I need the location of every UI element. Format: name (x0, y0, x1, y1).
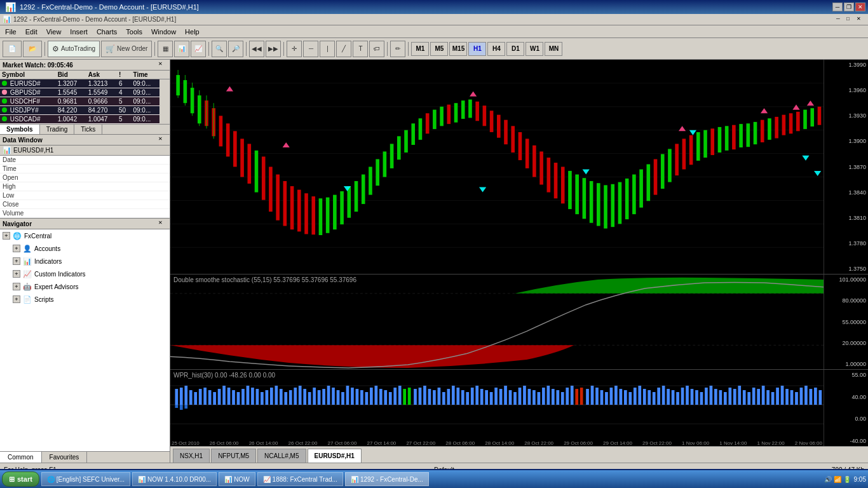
nav-close-btn[interactable]: ✕ (158, 220, 167, 227)
nav-tree-item[interactable]: + 📊 Indicators (0, 255, 170, 268)
menu-insert[interactable]: Insert (66, 27, 92, 37)
svg-rect-95 (754, 122, 757, 144)
taskbar-item-3[interactable]: 📈 1888: FxCentral Trad... (257, 472, 343, 486)
wpr-chart[interactable]: WPR_hist(30) 0.00 -48.26 0.00 0.00 (170, 370, 868, 446)
toolbar-new-button[interactable]: 📄 (3, 41, 22, 57)
scroll-left-button[interactable]: ◀◀ (249, 41, 264, 57)
nav-item-icon: 📈 (22, 269, 32, 279)
nav-expand-btn[interactable]: + (13, 245, 20, 252)
svg-rect-232 (714, 389, 717, 405)
taskbar-item-4[interactable]: 📊 1292 - FxCentral-De... (345, 472, 429, 486)
price-7: 1.3810 (826, 215, 866, 221)
svg-rect-56 (475, 102, 479, 121)
mw-cell-symbol: USDJPY# (0, 106, 56, 115)
svg-rect-73 (597, 183, 600, 226)
svg-rect-45 (397, 136, 401, 159)
menu-window[interactable]: Window (147, 27, 180, 37)
mw-close-btn[interactable]: ✕ (158, 61, 167, 69)
svg-rect-221 (662, 386, 665, 405)
start-button[interactable]: ⊞ start (2, 471, 39, 487)
chart-tab-nsx[interactable]: NSX,H1 (173, 449, 210, 463)
zoom-out-button[interactable]: 🔎 (228, 41, 243, 57)
menu-tools[interactable]: Tools (122, 27, 146, 37)
nav-tree-item[interactable]: + 📈 Custom Indicators (0, 268, 170, 280)
menu-view[interactable]: View (43, 27, 65, 37)
inner-restore-button[interactable]: □ (846, 16, 855, 24)
taskbar-item-0[interactable]: 🌐 [English] SEFC Univer... (41, 472, 130, 486)
navigator-tabs: Common Favourites (0, 451, 170, 463)
vline-button[interactable]: | (320, 41, 335, 57)
menu-edit[interactable]: Edit (22, 27, 41, 37)
svg-rect-27 (269, 167, 273, 212)
tf-m5[interactable]: M5 (430, 42, 448, 56)
nav-expand-btn[interactable]: + (13, 257, 20, 265)
market-watch-title: Market Watch: 09:05:46 (3, 62, 73, 69)
market-watch-row[interactable]: GBPUSD# 1.5545 1.5549 4 09:0... (0, 88, 170, 97)
nav-expand-btn[interactable]: + (13, 283, 20, 290)
nav-tab-common[interactable]: Common (0, 452, 42, 463)
chart-tab-nfput[interactable]: NFPUT,M5 (211, 449, 256, 463)
svg-rect-78 (632, 175, 636, 215)
nav-expand-btn[interactable]: + (13, 270, 20, 278)
nav-tree-item[interactable]: + 👤 Accounts (0, 242, 170, 255)
market-watch-row[interactable]: USDJPY# 84.220 84.270 50 09:0... (0, 106, 170, 115)
tf-mn[interactable]: MN (545, 42, 562, 56)
hline-button[interactable]: ─ (303, 41, 318, 57)
svg-rect-48 (419, 118, 423, 140)
minimize-button[interactable]: ─ (832, 3, 843, 11)
crosshair-button[interactable]: ✛ (287, 41, 302, 57)
tf-m15[interactable]: M15 (449, 42, 467, 56)
menu-bar: File Edit View Insert Charts Tools Windo… (0, 25, 868, 38)
draw-button[interactable]: ✏ (390, 41, 405, 57)
tf-m1[interactable]: M1 (411, 42, 429, 56)
tf-w1[interactable]: W1 (526, 42, 543, 56)
nav-tab-favourites[interactable]: Favourites (42, 452, 88, 463)
dw-close-btn[interactable]: ✕ (158, 136, 167, 144)
label-button[interactable]: 🏷 (369, 41, 384, 57)
new-order-button[interactable]: 🛒 New Order (101, 41, 152, 57)
zoom-in-button[interactable]: 🔍 (212, 41, 227, 57)
market-watch-row[interactable]: EURUSD# 1.3207 1.3213 6 09:0... (0, 79, 170, 88)
autotrading-button[interactable]: ⚙ AutoTrading (48, 41, 100, 57)
candle-button[interactable]: 📊 (174, 41, 189, 57)
market-watch-row[interactable]: USDCHF# 0.9681 0.9666 5 09:0... (0, 97, 170, 106)
nav-expand-btn[interactable]: + (3, 232, 10, 240)
chart-tab-eurusd[interactable]: EURUSD#,H1 (308, 449, 362, 463)
tf-h4[interactable]: H4 (487, 42, 505, 56)
svg-rect-179 (452, 386, 455, 405)
main-chart[interactable]: 1.3990 1.3960 1.3930 1.3900 1.3870 1.384… (170, 60, 868, 274)
line-chart-button[interactable]: 📈 (191, 41, 206, 57)
taskbar-item-2[interactable]: 📊 NOW (219, 472, 255, 486)
chart-tab-ncall[interactable]: NCALL#,M5 (257, 449, 306, 463)
bar-chart-button[interactable]: ▦ (158, 41, 173, 57)
tf-h1[interactable]: H1 (468, 42, 486, 56)
tab-symbols[interactable]: Symbols (0, 125, 40, 134)
svg-marker-117 (814, 171, 821, 176)
stochastic-chart[interactable]: Double smoothe stochastic (55,15) 55.376… (170, 274, 868, 370)
nav-tree-item[interactable]: + 🌐 FxCentral (0, 229, 170, 242)
tf-d1[interactable]: D1 (506, 42, 524, 56)
taskbar-time: 9:05 (854, 476, 866, 483)
menu-help[interactable]: Help (181, 27, 203, 37)
menu-file[interactable]: File (1, 27, 20, 37)
tab-ticks[interactable]: Ticks (74, 125, 102, 134)
nav-tree-item[interactable]: + 🤖 Expert Advisors (0, 280, 170, 293)
restore-button[interactable]: ❐ (844, 3, 854, 11)
stoch-price-5: 1.00000 (826, 361, 866, 367)
inner-minimize-button[interactable]: ─ (836, 16, 845, 24)
nav-expand-btn[interactable]: + (13, 295, 20, 303)
market-watch-row[interactable]: USDCAD# 1.0042 1.0047 5 09:0... (0, 115, 170, 124)
toolbar-open-button[interactable]: 📂 (23, 41, 42, 57)
tab-trading[interactable]: Trading (40, 125, 75, 134)
svg-rect-198 (542, 388, 545, 405)
mw-cell-bid: 84.220 (56, 106, 86, 115)
nav-tree-item[interactable]: + 📄 Scripts (0, 293, 170, 306)
trendline-button[interactable]: ╱ (336, 41, 351, 57)
mw-cell-bid: 1.0042 (56, 115, 86, 124)
inner-close-button[interactable]: ✕ (857, 16, 865, 24)
close-button[interactable]: ✕ (855, 3, 865, 11)
scroll-right-button[interactable]: ▶▶ (266, 41, 281, 57)
menu-charts[interactable]: Charts (93, 27, 121, 37)
text-button[interactable]: T (353, 41, 368, 57)
taskbar-item-1[interactable]: 📊 NOW 1.4.10.0 DR00... (132, 472, 217, 486)
